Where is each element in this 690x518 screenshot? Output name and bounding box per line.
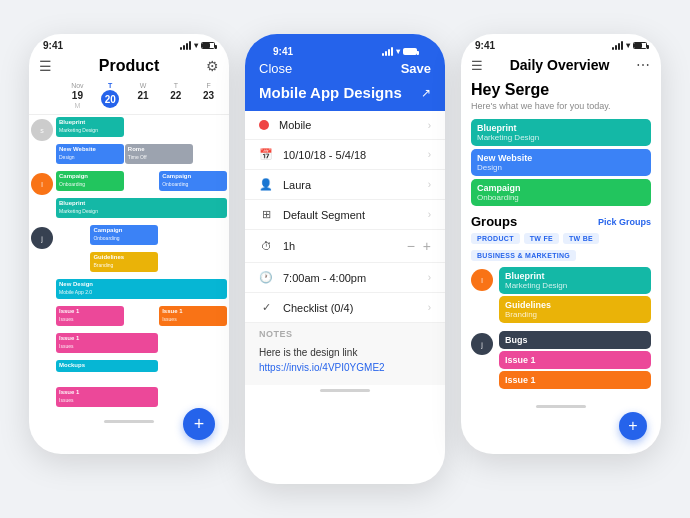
save-button[interactable]: Save xyxy=(401,61,431,76)
pick-groups-link[interactable]: Pick Groups xyxy=(598,217,651,227)
modal-row-time[interactable]: 🕐 7:00am - 4:00pm › xyxy=(245,263,445,293)
tag-bm[interactable]: BUSINESS & MARKETING xyxy=(471,250,576,261)
jozef-tasks: Bugs Issue 1 Issue 1 xyxy=(499,331,651,392)
modal-row-checklist[interactable]: ✓ Checklist (0/4) › xyxy=(245,293,445,323)
task-name-newwebsite: New Website xyxy=(477,153,645,163)
empty-6b xyxy=(159,252,227,272)
right-status-icons: ▾ xyxy=(612,41,647,50)
laura-task-blueprint[interactable]: Blueprint Marketing Design xyxy=(499,267,651,294)
modal-header: Close Save xyxy=(259,59,431,84)
event-rome[interactable]: RomeTime Off xyxy=(125,144,193,164)
left-status-icons: ▾ xyxy=(180,41,215,50)
week-day-thu[interactable]: T 22 xyxy=(159,81,192,110)
task-name: Bugs xyxy=(505,335,645,345)
left-phone: 9:41 ▾ ☰ Product ⚙ Nov 19 M xyxy=(29,34,229,454)
event-guidelines[interactable]: GuidelinesBranding xyxy=(90,252,158,272)
task-name: Blueprint xyxy=(505,271,645,281)
event-campaign-2[interactable]: CampaignOnboarding xyxy=(159,171,227,191)
modal-segment-arrow: › xyxy=(428,209,431,220)
avatar-empty-8 xyxy=(31,308,53,330)
cal-row-1: s BlueprintMarketing Design xyxy=(31,117,227,141)
tag-product[interactable]: PRODUCT xyxy=(471,233,520,244)
empty-8 xyxy=(125,306,158,326)
center-wifi-icon: ▾ xyxy=(396,47,400,56)
task-sub-blueprint: Marketing Design xyxy=(477,133,645,142)
modal-row-person[interactable]: 👤 Laura › xyxy=(245,170,445,200)
jozef-task-issue2[interactable]: Issue 1 xyxy=(499,371,651,389)
modal-body: Mobile › 📅 10/10/18 - 5/4/18 › 👤 Laura ›… xyxy=(245,111,445,385)
right-battery-icon xyxy=(633,42,647,49)
modal-duration-text: 1h xyxy=(283,240,397,252)
empty-1 xyxy=(125,117,227,137)
modal-date-arrow: › xyxy=(428,149,431,160)
gear-icon[interactable]: ⚙ xyxy=(206,58,219,74)
cal-row-10: Mockups xyxy=(31,360,227,384)
close-button[interactable]: Close xyxy=(259,61,292,76)
event-campaign-3[interactable]: CampaignOnboarding xyxy=(90,225,158,245)
modal-row-segment[interactable]: ⊞ Default Segment › xyxy=(245,200,445,230)
calendar-body: s BlueprintMarketing Design New WebsiteD… xyxy=(29,115,229,416)
home-indicator-left xyxy=(104,420,154,423)
event-issue1-d[interactable]: Issue 1Issues xyxy=(56,387,158,407)
center-phone: 9:41 ▾ Close Save xyxy=(245,34,445,484)
minus-button[interactable]: − xyxy=(407,238,415,254)
calendar-icon: 📅 xyxy=(259,148,273,161)
home-indicator-center xyxy=(320,389,370,392)
event-newwebsite[interactable]: New WebsiteDesign xyxy=(56,144,124,164)
jozef-task-issue1[interactable]: Issue 1 xyxy=(499,351,651,369)
task-blueprint[interactable]: Blueprint Marketing Design xyxy=(471,119,651,146)
center-battery-icon xyxy=(403,48,417,55)
more-options-icon[interactable]: ⋯ xyxy=(636,57,651,73)
week-day-tue[interactable]: T 20 xyxy=(94,81,127,110)
cal-events-11: Issue 1Issues xyxy=(56,387,227,407)
clock-icon: 🕐 xyxy=(259,271,273,284)
avatar-empty-9 xyxy=(31,335,53,357)
event-issue1-b[interactable]: Issue 1Issues xyxy=(159,306,227,326)
event-issue1-a[interactable]: Issue 1Issues xyxy=(56,306,124,326)
empty-3 xyxy=(125,171,158,191)
laura-tasks: Blueprint Marketing Design Guidelines Br… xyxy=(499,267,651,326)
subtext: Here's what we have for you today. xyxy=(471,101,651,111)
cal-row-8: Issue 1Issues Issue 1Issues xyxy=(31,306,227,330)
modal-row-date[interactable]: 📅 10/10/18 - 5/4/18 › xyxy=(245,140,445,170)
wifi-icon: ▾ xyxy=(194,41,198,50)
home-indicator-right xyxy=(536,405,586,408)
fab-right[interactable]: + xyxy=(619,412,647,440)
laura-task-guidelines[interactable]: Guidelines Branding xyxy=(499,296,651,323)
event-blueprint-1[interactable]: BlueprintMarketing Design xyxy=(56,117,124,137)
tag-twfe[interactable]: TW FE xyxy=(524,233,559,244)
avatar-empty-2 xyxy=(31,146,53,168)
event-mockups[interactable]: Mockups xyxy=(56,360,158,372)
modal-row-duration[interactable]: ⏱ 1h − + xyxy=(245,230,445,263)
avatar-laura: l xyxy=(31,173,53,195)
right-menu-icon[interactable]: ☰ xyxy=(471,58,483,73)
task-campaign[interactable]: Campaign Onboarding xyxy=(471,179,651,206)
notes-link[interactable]: https://invis.io/4VPI0YGME2 xyxy=(259,362,385,373)
greeting: Hey Serge xyxy=(471,81,651,99)
left-time: 9:41 xyxy=(43,40,63,51)
modal-row-mobile[interactable]: Mobile › xyxy=(245,111,445,140)
cal-events-10: Mockups xyxy=(56,360,227,372)
tag-twbe[interactable]: TW BE xyxy=(563,233,599,244)
event-issue1-c[interactable]: Issue 1Issues xyxy=(56,333,158,353)
expand-icon[interactable]: ↗ xyxy=(421,86,431,100)
modal-mobile-text: Mobile xyxy=(279,119,418,131)
right-body: Hey Serge Here's what we have for you to… xyxy=(461,77,661,401)
fab-left[interactable]: + xyxy=(183,408,215,440)
menu-icon[interactable]: ☰ xyxy=(39,58,52,74)
event-campaign-1[interactable]: CampaignOnboarding xyxy=(56,171,124,191)
empty-2 xyxy=(194,144,227,164)
event-newdesign[interactable]: New DesignMobile App 2.0 xyxy=(56,279,227,299)
modal-mobile-arrow: › xyxy=(428,120,431,131)
left-title: Product xyxy=(99,57,159,75)
event-blueprint-2[interactable]: BlueprintMarketing Design xyxy=(56,198,227,218)
avatar-empty-11 xyxy=(31,389,53,411)
left-header: ☰ Product ⚙ xyxy=(29,53,229,81)
plus-button[interactable]: + xyxy=(423,238,431,254)
week-day-wed[interactable]: W 21 xyxy=(127,81,160,110)
week-day-fri[interactable]: F 23 xyxy=(192,81,225,110)
week-day-mon[interactable]: Nov 19 M xyxy=(61,81,94,110)
task-newwebsite[interactable]: New Website Design xyxy=(471,149,651,176)
jozef-task-bugs[interactable]: Bugs xyxy=(499,331,651,349)
modal-time-text: 7:00am - 4:00pm xyxy=(283,272,418,284)
